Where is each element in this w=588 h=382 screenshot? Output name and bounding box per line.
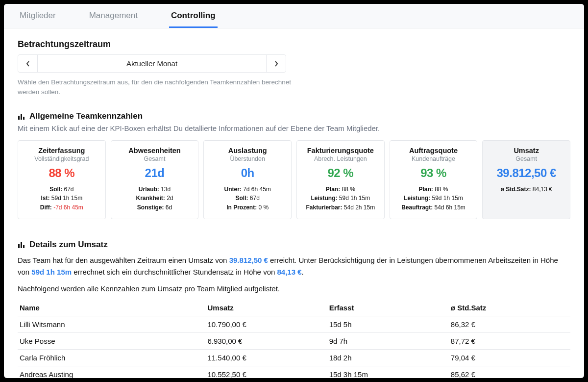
- kpi-box-4[interactable]: AuftragsquoteKundenaufträge93 %Plan: 88 …: [390, 140, 478, 220]
- kpi-lines: Unter: 7d 6h 45mSoll: 67dIn Prozent: 0 %: [208, 185, 287, 212]
- table-cell: 85,62 €: [449, 366, 570, 378]
- kpi-box-0[interactable]: ZeiterfassungVollständigkeitsgrad88 %Sol…: [18, 140, 106, 220]
- period-title: Betrachtungszeitraum: [18, 39, 570, 50]
- bar-chart-icon: [18, 241, 25, 248]
- kpi-title: Zeiterfassung: [22, 147, 101, 154]
- table-row: Carla Fröhlich11.540,00 €18d 2h79,04 €: [18, 349, 570, 366]
- tab-management[interactable]: Management: [87, 4, 140, 28]
- table-cell: Carla Fröhlich: [18, 349, 206, 366]
- table-cell: 79,04 €: [449, 349, 570, 366]
- table-cell: 10.552,50 €: [206, 366, 327, 378]
- kpi-value: 92 %: [301, 166, 380, 180]
- table-cell: Andreas Austing: [18, 366, 206, 378]
- kpi-value: 39.812,50 €: [487, 166, 566, 180]
- chevron-right-icon: [274, 60, 279, 67]
- period-help: Wähle den Betrachtungszeitraum aus, für …: [18, 77, 292, 98]
- kpi-box-5[interactable]: UmsatzGesamt39.812,50 €ø Std.Satz: 84,13…: [482, 140, 570, 220]
- kpi-section-title-text: Allgemeine Teamkennzahlen: [29, 111, 143, 121]
- period-label[interactable]: Aktueller Monat: [38, 55, 266, 72]
- period-next-button[interactable]: [266, 55, 286, 72]
- kpi-value: 0h: [208, 166, 287, 180]
- period-prev-button[interactable]: [18, 55, 38, 72]
- table-cell: 15d 5h: [327, 316, 449, 332]
- kpi-value: 93 %: [394, 166, 473, 180]
- table-cell: Uke Posse: [18, 332, 206, 349]
- kpi-section-desc: Mit einem Klick auf eine der KPI-Boxen e…: [18, 124, 570, 132]
- kpi-lines: ø Std.Satz: 84,13 €: [487, 185, 566, 194]
- kpi-box-2[interactable]: AuslastungÜberstunden0hUnter: 7d 6h 45mS…: [203, 140, 292, 220]
- tab-mitglieder[interactable]: Mitglieder: [18, 4, 58, 28]
- kpi-lines: Soll: 67dIst: 59d 1h 15mDiff: -7d 6h 45m: [22, 185, 101, 212]
- chevron-left-icon: [25, 60, 30, 67]
- kpi-section-title: Allgemeine Teamkennzahlen: [18, 111, 570, 121]
- kpi-lines: Plan: 88 %Leistung: 59d 1h 15mFakturierb…: [301, 185, 380, 212]
- table-cell: 18d 2h: [327, 349, 449, 366]
- kpi-title: Auslastung: [208, 147, 287, 154]
- kpi-subtitle: Vollständigkeitsgrad: [22, 155, 101, 162]
- svg-rect-2: [23, 117, 24, 120]
- kpi-title: Auftragsquote: [394, 147, 473, 154]
- details-paragraph-2: Nachfolgend werden alle Kennzahlen zum U…: [18, 284, 570, 293]
- kpi-title: Abwesenheiten: [115, 147, 195, 154]
- kpi-value: 88 %: [22, 166, 101, 180]
- kpi-value: 21d: [115, 166, 195, 180]
- table-cell: 9d 7h: [327, 332, 449, 349]
- kpi-subtitle: Gesamt: [487, 155, 566, 162]
- details-table: NameUmsatzErfasstø Std.Satz Lilli Witsma…: [18, 300, 570, 378]
- table-header: ø Std.Satz: [449, 300, 570, 316]
- details-paragraph: Das Team hat für den ausgewählten Zeitra…: [18, 255, 570, 278]
- details-title-text: Details zum Umsatz: [29, 240, 108, 250]
- table-cell: 86,32 €: [449, 316, 570, 332]
- table-cell: Lilli Witsmann: [18, 316, 206, 332]
- svg-rect-4: [21, 242, 22, 248]
- tab-controlling[interactable]: Controlling: [169, 4, 218, 28]
- svg-rect-0: [18, 116, 20, 120]
- kpi-box-1[interactable]: AbwesenheitenGesamt21dUrlaub: 13dKrankhe…: [111, 140, 199, 220]
- kpi-subtitle: Abrech. Leistungen: [301, 155, 380, 162]
- table-cell: 15d 3h 15m: [327, 366, 449, 378]
- svg-rect-1: [21, 114, 22, 120]
- period-selector: Aktueller Monat: [18, 54, 286, 73]
- kpi-lines: Urlaub: 13dKrankheit: 2dSonstige: 6d: [115, 185, 195, 212]
- svg-rect-5: [23, 245, 24, 248]
- kpi-title: Umsatz: [487, 147, 566, 154]
- kpi-title: Fakturierungsquote: [301, 147, 380, 154]
- table-row: Andreas Austing10.552,50 €15d 3h 15m85,6…: [18, 366, 570, 378]
- table-cell: 10.790,00 €: [206, 316, 327, 332]
- tab-bar: MitgliederManagementControlling: [4, 4, 584, 28]
- kpi-subtitle: Überstunden: [208, 155, 287, 162]
- details-title: Details zum Umsatz: [18, 240, 570, 250]
- table-row: Uke Posse6.930,00 €9d 7h87,72 €: [18, 332, 570, 349]
- kpi-lines: Plan: 88 %Leistung: 59d 1h 15mBeauftragt…: [394, 185, 473, 212]
- table-cell: 11.540,00 €: [206, 349, 327, 366]
- kpi-subtitle: Kundenaufträge: [394, 155, 473, 162]
- table-row: Lilli Witsmann10.790,00 €15d 5h86,32 €: [18, 316, 570, 332]
- svg-rect-3: [18, 244, 20, 248]
- table-cell: 6.930,00 €: [206, 332, 327, 349]
- bar-chart-icon: [18, 113, 25, 120]
- table-cell: 87,72 €: [449, 332, 570, 349]
- kpi-box-3[interactable]: FakturierungsquoteAbrech. Leistungen92 %…: [296, 140, 385, 220]
- kpi-grid: ZeiterfassungVollständigkeitsgrad88 %Sol…: [18, 140, 570, 220]
- table-header: Erfasst: [327, 300, 449, 316]
- kpi-subtitle: Gesamt: [115, 155, 195, 162]
- table-header: Umsatz: [206, 300, 327, 316]
- table-header: Name: [18, 300, 206, 316]
